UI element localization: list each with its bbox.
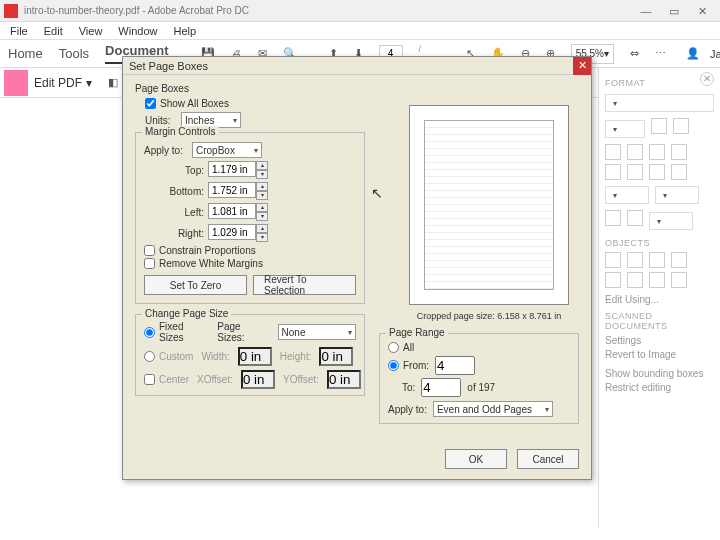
custom-radio[interactable] <box>144 351 155 362</box>
pagesizes-label: Page Sizes: <box>217 321 269 343</box>
units-label: Units: <box>145 115 177 126</box>
more-icon[interactable]: ⋯ <box>655 43 666 65</box>
fit-icon[interactable]: ⇔ <box>630 43 639 65</box>
format-header: FORMAT <box>605 78 714 88</box>
fixed-radio[interactable] <box>144 327 155 338</box>
tab-tools[interactable]: Tools <box>59 46 89 61</box>
applyto2-label: Apply to: <box>388 404 427 415</box>
set-to-zero-button[interactable]: Set To Zero <box>144 275 247 295</box>
strike-icon[interactable] <box>671 164 687 180</box>
width-input <box>238 347 272 366</box>
top-input[interactable] <box>208 161 256 177</box>
settings-link[interactable]: Settings <box>605 335 714 346</box>
removewhite-checkbox[interactable] <box>144 258 155 269</box>
align-right-icon[interactable] <box>649 144 665 160</box>
left-spinner[interactable]: ▴▾ <box>256 203 268 221</box>
bottom-input[interactable] <box>208 182 256 198</box>
show-all-boxes-checkbox[interactable] <box>145 98 156 109</box>
edit-mode-icon[interactable] <box>4 70 28 96</box>
right-panel: ✕ FORMAT OBJECTS Edit Using.. <box>598 68 720 528</box>
menu-file[interactable]: File <box>2 25 36 37</box>
obj-icon-5[interactable] <box>605 272 621 288</box>
menu-view[interactable]: View <box>71 25 111 37</box>
sub-icon[interactable] <box>627 210 643 226</box>
align-center-icon[interactable] <box>627 144 643 160</box>
align-justify-icon[interactable] <box>671 144 687 160</box>
titlebar: intro-to-number-theory.pdf - Adobe Acrob… <box>0 0 720 22</box>
color-icon[interactable] <box>651 118 667 134</box>
font-select[interactable] <box>605 94 714 112</box>
obj-icon-2[interactable] <box>627 252 643 268</box>
maximize-button[interactable]: ▭ <box>660 1 688 21</box>
cropped-size-label: Cropped page size: 6.158 x 8.761 in <box>399 311 579 321</box>
spacing-select[interactable] <box>605 186 649 204</box>
all-radio[interactable] <box>388 342 399 353</box>
page-range-group: Page Range All From: To: of 197 Apply to… <box>379 333 579 424</box>
removewhite-label: Remove White Margins <box>159 258 263 269</box>
menu-help[interactable]: Help <box>165 25 204 37</box>
top-spinner[interactable]: ▴▾ <box>256 161 268 179</box>
xoffset-input <box>241 370 275 389</box>
preview-page <box>424 120 554 290</box>
bold-icon[interactable] <box>605 164 621 180</box>
from-radio[interactable] <box>388 360 399 371</box>
cancel-button[interactable]: Cancel <box>517 449 579 469</box>
size-select[interactable] <box>605 120 645 138</box>
left-label: Left: <box>144 207 204 218</box>
changesize-label: Change Page Size <box>142 308 231 319</box>
right-input[interactable] <box>208 224 256 240</box>
right-label: Right: <box>144 228 204 239</box>
panel-close-icon[interactable]: ✕ <box>700 72 714 86</box>
constrain-label: Constrain Proportions <box>159 245 256 256</box>
center-label: Center <box>159 374 189 385</box>
window-title: intro-to-number-theory.pdf - Adobe Acrob… <box>24 5 632 16</box>
yoffset-label: YOffset: <box>283 374 319 385</box>
of-label: of 197 <box>467 382 495 393</box>
obj-icon-4[interactable] <box>671 252 687 268</box>
pagerange-label: Page Range <box>386 327 448 338</box>
pagesizes-select[interactable]: None <box>278 324 356 340</box>
underline-icon[interactable] <box>649 164 665 180</box>
user-icon[interactable]: 👤 <box>682 43 704 65</box>
minimize-button[interactable]: — <box>632 1 660 21</box>
bottom-spinner[interactable]: ▴▾ <box>256 182 268 200</box>
obj-icon-6[interactable] <box>627 272 643 288</box>
showbox-toggle[interactable]: Show bounding boxes <box>605 368 714 379</box>
leading-select[interactable] <box>655 186 699 204</box>
menu-edit[interactable]: Edit <box>36 25 71 37</box>
super-icon[interactable] <box>605 210 621 226</box>
to-label: To: <box>402 382 415 393</box>
edit-pdf-dropdown[interactable]: Edit PDF ▾ <box>34 76 92 90</box>
restrict-toggle[interactable]: Restrict editing <box>605 382 714 393</box>
obj-icon-1[interactable] <box>605 252 621 268</box>
obj-icon-8[interactable] <box>671 272 687 288</box>
tab-home[interactable]: Home <box>8 46 43 61</box>
revert-link[interactable]: Revert to Image <box>605 349 714 360</box>
width-label: Width: <box>201 351 229 362</box>
crop-tool-icon[interactable]: ◧ <box>102 72 124 94</box>
from-input[interactable] <box>435 356 475 375</box>
close-button[interactable]: ✕ <box>688 1 716 21</box>
applyto-select[interactable]: CropBox <box>192 142 262 158</box>
applyto2-select[interactable]: Even and Odd Pages <box>433 401 553 417</box>
dialog-close-button[interactable]: ✕ <box>573 57 591 75</box>
edit-using[interactable]: Edit Using... <box>605 294 714 305</box>
fixed-label: Fixed Sizes <box>159 321 209 343</box>
right-spinner[interactable]: ▴▾ <box>256 224 268 242</box>
style-icon[interactable] <box>673 118 689 134</box>
obj-icon-3[interactable] <box>649 252 665 268</box>
to-input[interactable] <box>421 378 461 397</box>
italic-icon[interactable] <box>627 164 643 180</box>
constrain-checkbox[interactable] <box>144 245 155 256</box>
scanned-header: SCANNED DOCUMENTS <box>605 311 714 331</box>
scale-select[interactable] <box>649 212 693 230</box>
ok-button[interactable]: OK <box>445 449 507 469</box>
left-input[interactable] <box>208 203 256 219</box>
revert-selection-button[interactable]: Revert To Selection <box>253 275 356 295</box>
obj-icon-7[interactable] <box>649 272 665 288</box>
height-label: Height: <box>280 351 312 362</box>
menu-window[interactable]: Window <box>110 25 165 37</box>
margin-controls-group: Margin Controls Apply to: CropBox Top: ▴… <box>135 132 365 304</box>
align-left-icon[interactable] <box>605 144 621 160</box>
pageboxes-label: Page Boxes <box>135 83 579 94</box>
